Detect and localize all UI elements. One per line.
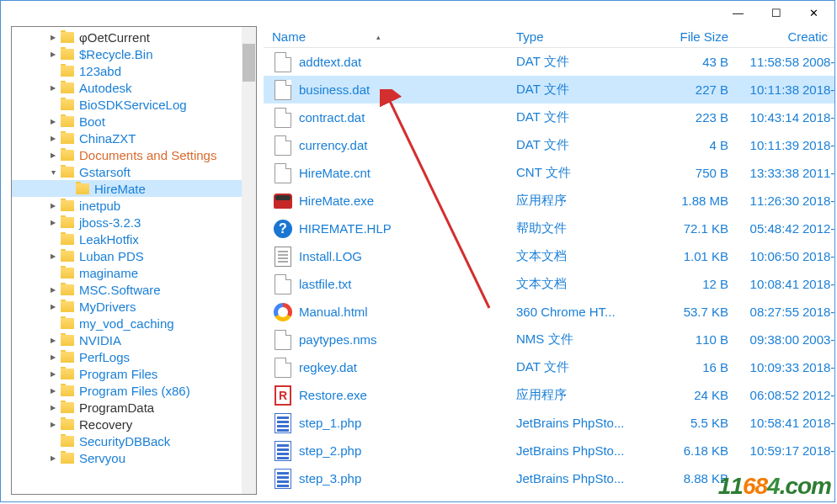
tree-item[interactable]: ▶Documents and Settings [12,146,256,163]
chevron-right-icon[interactable]: ▶ [47,252,59,260]
tree-item-label: inetpub [79,199,120,213]
chevron-right-icon[interactable]: ▶ [47,202,59,210]
column-name[interactable]: Name ▴ [264,26,513,47]
folder-tree-panel: ▶φOetCurrent▶$Recycle.Bin▶123abd▶Autodes… [11,26,257,495]
file-row[interactable]: business.datDAT 文件227 B10:11:382018- [264,76,834,103]
tree-item[interactable]: ▶Luban PDS [12,247,256,264]
column-size[interactable]: File Size [661,26,735,47]
tree-item[interactable]: ▶jboss-3.2.3 [12,214,256,231]
folder-icon [61,402,74,413]
chevron-right-icon[interactable]: ▶ [47,370,59,378]
cell-type: DAT 文件 [513,359,661,375]
file-row[interactable]: HireMate.exe应用程序1.88 MB11:26:302018- [264,187,834,215]
file-row[interactable]: HireMate.cntCNT 文件750 B13:33:382011- [264,159,834,187]
cell-time: 06:08:52 [735,388,799,402]
tree-item[interactable]: ▶Program Files [12,365,256,382]
chevron-right-icon[interactable]: ▶ [47,135,59,142]
tree-item[interactable]: ▶Boot [12,113,256,130]
tree-item[interactable]: ▶Program Files (x86) [12,382,256,399]
tree-item[interactable]: ▶Servyou [12,449,256,466]
chevron-right-icon[interactable]: ▶ [47,151,59,159]
cell-type: 文本文档 [513,248,661,264]
tree-item[interactable]: ▶$Recycle.Bin [12,45,256,62]
close-button[interactable]: ✕ [795,1,833,24]
folder-icon [61,453,74,464]
tree-item[interactable]: ▶ChinaZXT [12,130,256,146]
file-row[interactable]: contract.datDAT 文件223 B10:43:142018- [264,103,834,131]
chevron-right-icon[interactable]: ▶ [47,84,59,92]
chevron-right-icon[interactable]: ▶ [47,387,59,395]
chevron-right-icon[interactable]: ▶ [47,50,59,58]
chevron-right-icon[interactable]: ▶ [47,337,59,344]
tree-scrollbar[interactable] [242,27,256,494]
tree-item[interactable]: ▶maginame [12,264,256,281]
column-creation[interactable]: Creatic [735,26,828,47]
scroll-thumb[interactable] [243,44,255,82]
cell-type: NMS 文件 [513,332,661,347]
folder-icon [61,268,74,279]
chevron-right-icon[interactable]: ▶ [47,118,59,125]
tree-item[interactable]: ▶inetpub [12,197,256,214]
file-row[interactable]: RRestore.exe应用程序24 KB06:08:522012- [264,381,834,409]
file-row[interactable]: paytypes.nmsNMS 文件110 B09:38:002003- [264,326,834,353]
tree-item[interactable]: ▶NVIDIA [12,332,256,348]
tree-item[interactable]: ▶MSC.Software [12,281,256,298]
chrome-icon [274,301,292,323]
file-name: Manual.html [299,305,368,319]
chevron-right-icon[interactable]: ▶ [47,421,59,428]
chevron-right-icon[interactable]: ▶ [47,454,59,462]
minimize-button[interactable]: — [719,1,757,24]
chevron-right-icon[interactable]: ▶ [47,286,59,294]
tree-item[interactable]: ▶SecurityDBBack [12,432,256,449]
tree-item[interactable]: ▶BioSDKServiceLog [12,96,256,113]
tree-item[interactable]: ▶ProgramData [12,399,256,416]
car-icon [274,190,292,212]
file-row[interactable]: lastfile.txt文本文档12 B10:08:412018- [264,270,834,298]
cell-time: 13:33:38 [735,166,799,180]
tree-item[interactable]: ▶HireMate [12,180,256,197]
page-icon [274,329,292,351]
tree-item[interactable]: ▶Autodesk [12,79,256,96]
file-row[interactable]: step_1.phpJetBrains PhpSto...5.5 KB10:58… [264,409,834,437]
tree-item[interactable]: ▶φOetCurrent [12,29,256,45]
tree-item[interactable]: ▶Recovery [12,416,256,432]
file-row[interactable]: regkey.datDAT 文件16 B10:09:332018- [264,353,834,381]
chevron-right-icon[interactable]: ▶ [47,404,59,411]
tree-item-label: maginame [79,266,138,280]
file-row[interactable]: step_3.phpJetBrains PhpSto...8.88 KB [264,464,834,492]
file-list[interactable]: addtext.datDAT 文件43 B11:58:582008-busine… [264,48,834,492]
cell-name: ?HIREMATE.HLP [264,218,513,240]
cell-name: HireMate.cnt [264,162,513,184]
maximize-button[interactable]: ☐ [757,1,795,24]
tree-item-label: HireMate [94,182,146,196]
chevron-down-icon[interactable]: ▾ [47,167,59,177]
cell-type: 文本文档 [513,276,661,292]
tree-item[interactable]: ▶my_vod_caching [12,315,256,332]
tree-item[interactable]: ▶PerfLogs [12,348,256,365]
tree-item[interactable]: ▶123abd [12,62,256,79]
file-row[interactable]: Manual.html360 Chrome HT...53.7 KB08:27:… [264,298,834,326]
tree-item[interactable]: ▾Gstarsoft [12,163,256,180]
file-row[interactable]: ?HIREMATE.HLP帮助文件72.1 KB05:48:422012- [264,215,834,242]
chevron-right-icon[interactable]: ▶ [47,303,59,310]
file-row[interactable]: addtext.datDAT 文件43 B11:58:582008- [264,48,834,76]
cell-time: 09:38:00 [735,332,799,347]
cell-size: 72.1 KB [661,221,735,236]
chevron-right-icon[interactable]: ▶ [47,34,59,41]
column-type[interactable]: Type [513,26,661,47]
file-name: lastfile.txt [299,277,352,291]
cell-time: 10:08:41 [735,277,799,291]
file-row[interactable]: currency.datDAT 文件4 B10:11:392018- [264,131,834,159]
cell-size: 43 B [661,55,735,69]
chevron-right-icon[interactable]: ▶ [47,219,59,226]
folder-tree[interactable]: ▶φOetCurrent▶$Recycle.Bin▶123abd▶Autodes… [12,27,256,466]
chevron-right-icon[interactable]: ▶ [47,353,59,361]
file-row[interactable]: step_2.phpJetBrains PhpSto...6.18 KB10:5… [264,437,834,464]
cell-year: 2018- [799,443,833,458]
tree-item[interactable]: ▶MyDrivers [12,298,256,315]
file-row[interactable]: Install.LOG文本文档1.01 KB10:06:502018- [264,242,834,270]
tree-item-label: Program Files [79,367,157,381]
tree-item[interactable]: ▶LeakHotfix [12,231,256,247]
tree-item-label: Documents and Settings [79,148,216,162]
cell-year: 2018- [799,249,833,263]
